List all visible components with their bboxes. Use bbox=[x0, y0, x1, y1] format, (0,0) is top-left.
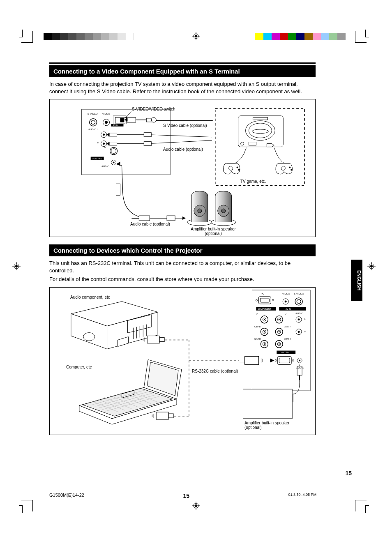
svg-point-121 bbox=[299, 359, 300, 361]
svg-rect-40 bbox=[127, 117, 136, 122]
top-rule bbox=[49, 62, 316, 64]
section1-diagram: S-VIDEO/VIDEO switch S-VIDEO VIDEO AV IN… bbox=[49, 99, 316, 237]
switch-label: S-VIDEO/VIDEO switch bbox=[132, 107, 175, 111]
d2-speaker-label: Amplifier built-in speaker (optional) bbox=[244, 421, 294, 430]
crop-mark-bottom-left bbox=[21, 500, 33, 511]
section2-body: This unit has an RS-232C terminal. This … bbox=[49, 260, 316, 283]
d2-cr2-label: CR/R-Y bbox=[284, 338, 291, 340]
svg-point-125 bbox=[83, 332, 95, 341]
svg-point-32 bbox=[103, 134, 105, 136]
svg-point-21 bbox=[91, 123, 92, 124]
svg-rect-66 bbox=[139, 216, 150, 221]
svg-rect-156 bbox=[239, 358, 245, 363]
d2-audio2-label: AUDIO bbox=[296, 366, 304, 369]
crop-mark-bottom-right bbox=[355, 500, 367, 511]
svg-point-60 bbox=[238, 169, 240, 171]
svg-point-73 bbox=[198, 209, 202, 213]
d2-component-label: COMPONENT bbox=[258, 308, 271, 310]
page-footer: G1500M(E)14-22 15 01.8.30, 4:05 PM bbox=[49, 493, 316, 499]
language-tab: ENGLISH bbox=[351, 260, 362, 301]
svg-point-80 bbox=[297, 300, 297, 301]
svg-rect-122 bbox=[243, 389, 293, 419]
footer-filename: G1500M(E)14-22 bbox=[49, 493, 84, 499]
panel-audio2-label: AUDIO bbox=[101, 165, 109, 168]
diagram1-svg bbox=[50, 99, 315, 237]
page-number: 15 bbox=[345, 470, 352, 477]
d2-l-label: L bbox=[304, 318, 306, 320]
svg-point-22 bbox=[94, 123, 95, 124]
d2-control-label: CONTROL bbox=[280, 351, 290, 354]
svg-rect-47 bbox=[109, 142, 117, 145]
d2-deviceb-label: Computer, etc bbox=[66, 365, 92, 369]
svg-rect-77 bbox=[252, 290, 310, 391]
crop-mark-top-left bbox=[21, 31, 33, 43]
svg-point-76 bbox=[221, 209, 226, 213]
svg-marker-70 bbox=[182, 216, 186, 220]
svg-point-81 bbox=[300, 300, 301, 301]
svg-rect-44 bbox=[109, 133, 117, 136]
audio-cable-label: Audio cable (optional) bbox=[163, 147, 203, 152]
panel-audiol-label: AUDIO L bbox=[88, 128, 98, 131]
grayscale-calibration-bar bbox=[44, 33, 134, 40]
svg-rect-68 bbox=[167, 216, 175, 221]
svg-point-103 bbox=[279, 319, 280, 320]
section2-diagram: PC S-VIDEO VIDEO AV IN COMPONENT AUDIO L… bbox=[49, 287, 316, 435]
svg-point-82 bbox=[297, 302, 297, 303]
color-calibration-bar bbox=[255, 33, 346, 40]
speaker-label: Amplifier built-in speaker (optional) bbox=[189, 227, 238, 236]
registration-mark-bottom bbox=[192, 502, 200, 510]
panel-svideo-label: S-VIDEO bbox=[88, 113, 98, 115]
d2-r-label: R bbox=[304, 330, 306, 333]
d2-cable-label: RS-232C cable (optional) bbox=[192, 369, 241, 373]
svg-point-63 bbox=[291, 169, 292, 171]
svg-point-112 bbox=[298, 318, 300, 320]
panel-pc-label: PC bbox=[104, 146, 107, 149]
svg-rect-151 bbox=[156, 412, 168, 419]
svg-rect-152 bbox=[168, 414, 173, 418]
svg-point-59 bbox=[237, 167, 238, 168]
panel-control-label: CONTROL bbox=[92, 157, 102, 160]
d2-avin-label: AV IN bbox=[286, 308, 291, 310]
svg-point-62 bbox=[289, 167, 291, 168]
section1-body: In case of connecting the projection TV … bbox=[49, 81, 316, 95]
panel-video-label: VIDEO bbox=[102, 113, 110, 115]
svg-point-43 bbox=[151, 117, 156, 122]
crop-mark-top-right bbox=[355, 31, 367, 43]
svg-point-106 bbox=[279, 331, 280, 332]
tvgame-label: TV game, etc. bbox=[240, 179, 266, 184]
svg-point-19 bbox=[91, 121, 92, 122]
d2-cr1-label: CR/PR bbox=[254, 338, 261, 340]
svg-point-94 bbox=[264, 319, 265, 320]
svg-point-24 bbox=[105, 121, 108, 124]
svg-point-83 bbox=[300, 302, 301, 303]
d2-cb1-label: CB/PB bbox=[254, 325, 261, 328]
d2-svideo-label: S-VIDEO bbox=[294, 292, 304, 295]
svg-point-97 bbox=[264, 331, 265, 332]
svg-rect-26 bbox=[120, 118, 124, 122]
svg-point-85 bbox=[285, 300, 287, 302]
svg-rect-147 bbox=[147, 336, 159, 343]
panel-avin-label: AV IN bbox=[113, 124, 118, 127]
d2-y2-label: Y bbox=[285, 313, 286, 315]
svg-point-39 bbox=[113, 162, 115, 164]
page-content: Connecting to a Video Component Equipped… bbox=[49, 62, 316, 435]
diagram2-svg bbox=[50, 288, 315, 435]
d2-video-label: VIDEO bbox=[282, 292, 290, 295]
svg-point-100 bbox=[264, 343, 265, 345]
registration-mark-top bbox=[192, 32, 200, 40]
d2-devicea-label: Audio component, etc bbox=[70, 295, 110, 299]
svg-rect-90 bbox=[279, 307, 306, 311]
section1-heading: Connecting to a Video Component Equipped… bbox=[49, 65, 316, 77]
footer-pagecount: 15 bbox=[183, 493, 189, 499]
d2-pc-label: PC bbox=[261, 292, 264, 295]
section2-heading: Connecting to Devices which Control the … bbox=[49, 244, 316, 256]
svg-rect-64 bbox=[116, 184, 120, 195]
svideo-cable-label: S-Video cable (optional) bbox=[163, 123, 207, 128]
panel-audior-label: R bbox=[97, 141, 99, 144]
d2-y1-label: Y bbox=[256, 313, 258, 315]
footer-timestamp: 01.8.30, 4:05 PM bbox=[288, 493, 316, 499]
audio-out-cable-label: Audio cable (optional) bbox=[130, 222, 170, 226]
svg-rect-148 bbox=[159, 337, 164, 341]
svg-point-54 bbox=[249, 123, 272, 138]
svg-point-34 bbox=[103, 143, 105, 145]
